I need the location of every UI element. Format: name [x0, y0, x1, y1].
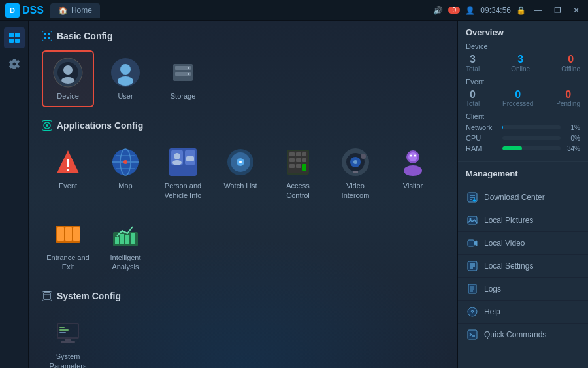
svg-rect-71: [131, 233, 135, 244]
user-icon: [110, 57, 141, 88]
app-event[interactable]: Event: [42, 140, 94, 207]
event-stats-row: 0 Total 0 Processed 0 Pending: [466, 89, 580, 108]
mgmt-download-center[interactable]: Download Center: [458, 186, 588, 209]
svg-rect-46: [289, 158, 295, 162]
svg-rect-50: [296, 164, 301, 168]
app-intelligent-analysis[interactable]: Intelligent Analysis: [99, 212, 152, 278]
app-user-label: User: [118, 92, 133, 101]
mgmt-logs[interactable]: Logs: [458, 278, 588, 301]
mgmt-local-settings[interactable]: Local Settings: [458, 255, 588, 278]
device-total-value: 3: [470, 54, 476, 65]
mgmt-quick-commands[interactable]: Quick Commands: [458, 324, 588, 346]
video-intercom-icon: [340, 146, 371, 178]
svg-rect-49: [289, 164, 295, 168]
close-button[interactable]: ✕: [570, 5, 583, 16]
client-cpu-pct: 0%: [564, 135, 580, 142]
client-ram-row: RAM 34%: [466, 144, 580, 152]
app-person-vehicle[interactable]: Person and Vehicle Info: [157, 140, 209, 207]
svg-rect-70: [125, 235, 129, 244]
sidebar-item-grid[interactable]: [4, 27, 25, 48]
system-config-grid: System Parameters: [42, 310, 444, 368]
content-area: Basic Config Device: [29, 21, 457, 368]
svg-rect-48: [302, 158, 306, 162]
logs-icon: [466, 282, 479, 295]
event-processed: 0 Processed: [502, 89, 533, 108]
basic-config-grid: Device User: [42, 50, 444, 107]
svg-rect-43: [289, 152, 295, 156]
app-system-parameters-label: System Parameters: [46, 352, 90, 368]
device-label: Device: [466, 42, 580, 50]
svg-rect-7: [48, 37, 50, 39]
clock: 09:34:56: [480, 6, 511, 15]
svg-rect-6: [44, 37, 46, 39]
client-ram-label: RAM: [466, 144, 498, 152]
app-device[interactable]: Device: [42, 50, 94, 107]
app-intelligent-analysis-label: Intelligent Analysis: [103, 253, 148, 272]
mgmt-local-pictures[interactable]: Local Pictures: [458, 209, 588, 232]
svg-rect-36: [186, 156, 194, 161]
svg-point-10: [63, 65, 73, 75]
logo-text: DSS: [22, 5, 44, 16]
management-header: Management: [458, 162, 588, 186]
client-cpu-label: CPU: [466, 134, 498, 142]
app-map[interactable]: Map: [99, 140, 152, 207]
help-icon: ?: [466, 305, 479, 318]
app-person-vehicle-label: Person and Vehicle Info: [161, 181, 205, 200]
mgmt-help[interactable]: ? Help: [458, 301, 588, 324]
app-video-intercom-label: Video Intercom: [333, 181, 378, 200]
svg-point-61: [410, 155, 412, 157]
local-pictures-icon: [466, 214, 479, 227]
app-access-control[interactable]: Access Control: [272, 140, 324, 207]
svg-point-30: [123, 160, 127, 164]
app-entrance-exit[interactable]: Entrance and Exit: [42, 212, 94, 278]
event-pending-label: Pending: [556, 100, 580, 107]
mgmt-local-video[interactable]: Local Video: [458, 232, 588, 255]
mgmt-local-video-label: Local Video: [484, 239, 525, 248]
app-device-label: Device: [57, 92, 79, 101]
event-processed-label: Processed: [502, 100, 533, 107]
local-video-icon: [466, 237, 479, 250]
basic-config-header: Basic Config: [42, 31, 444, 41]
local-settings-icon: [466, 259, 479, 273]
basic-config-icon: [42, 31, 52, 41]
sidebar-item-settings[interactable]: [4, 54, 25, 75]
app-video-intercom[interactable]: Video Intercom: [329, 140, 382, 207]
storage-icon: [167, 57, 199, 88]
svg-point-34: [174, 153, 180, 159]
app-logo: D DSS: [5, 3, 44, 18]
svg-rect-77: [59, 329, 69, 331]
home-tab[interactable]: 🏠 Home: [50, 3, 100, 18]
download-center-icon: [466, 191, 479, 204]
device-offline-label: Offline: [561, 65, 580, 73]
app-storage[interactable]: Storage: [157, 50, 209, 107]
event-total: 0 Total: [466, 89, 480, 108]
tab-label: Home: [71, 6, 92, 15]
device-online: 3 Online: [511, 54, 530, 73]
svg-point-11: [61, 77, 74, 84]
app-visitor[interactable]: Visitor: [387, 140, 439, 207]
svg-point-14: [118, 76, 133, 86]
device-icon: [52, 57, 84, 88]
maximize-button[interactable]: ❐: [551, 5, 564, 16]
svg-rect-66: [73, 227, 80, 241]
app-user[interactable]: User: [99, 50, 152, 107]
device-stats-row: 3 Total 3 Online 0 Offline: [466, 54, 580, 73]
event-total-value: 0: [470, 89, 476, 101]
applications-config-grid: Event Map: [42, 140, 444, 278]
svg-rect-80: [61, 341, 75, 343]
lock-icon: 🔒: [516, 6, 526, 15]
mgmt-local-pictures-label: Local Pictures: [484, 216, 533, 225]
client-label: Client: [466, 112, 580, 120]
app-watch-list[interactable]: Watch List: [214, 140, 267, 207]
mgmt-logs-label: Logs: [484, 284, 501, 293]
svg-rect-76: [59, 327, 65, 328]
svg-rect-18: [188, 67, 189, 69]
logo-icon: D: [5, 3, 20, 18]
overview-section: Overview Device 3 Total 3 Online 0 Offli…: [458, 21, 588, 162]
svg-point-55: [353, 160, 357, 164]
minimize-button[interactable]: —: [531, 5, 546, 16]
svg-rect-44: [296, 152, 301, 156]
app-system-parameters[interactable]: System Parameters: [42, 310, 94, 368]
event-label: Event: [466, 78, 580, 86]
svg-rect-4: [44, 33, 46, 35]
